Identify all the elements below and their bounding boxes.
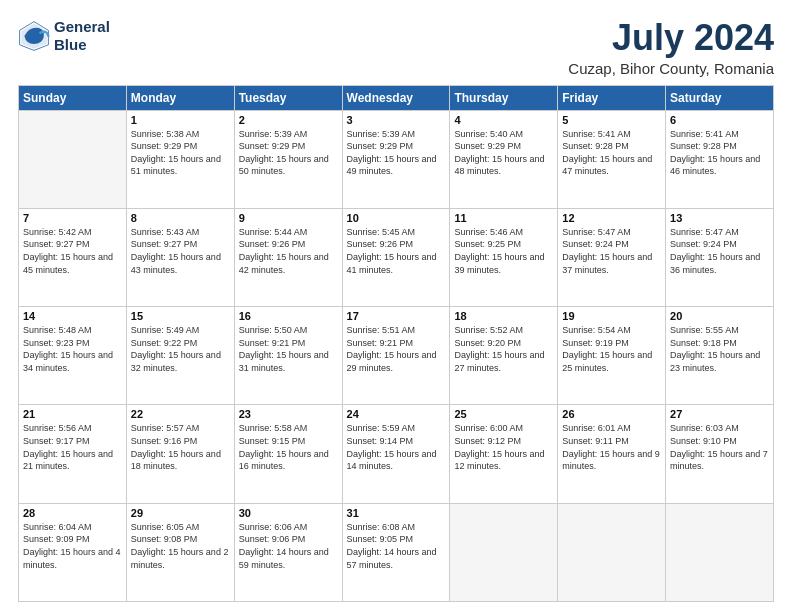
day-number: 17 (347, 310, 446, 322)
day-number: 22 (131, 408, 230, 420)
table-row (558, 503, 666, 601)
day-number: 21 (23, 408, 122, 420)
table-row: 29Sunrise: 6:05 AM Sunset: 9:08 PM Dayli… (126, 503, 234, 601)
day-number: 5 (562, 114, 661, 126)
table-row: 3Sunrise: 5:39 AM Sunset: 9:29 PM Daylig… (342, 110, 450, 208)
day-number: 29 (131, 507, 230, 519)
col-thursday: Thursday (450, 85, 558, 110)
table-row: 8Sunrise: 5:43 AM Sunset: 9:27 PM Daylig… (126, 208, 234, 306)
day-number: 6 (670, 114, 769, 126)
day-number: 15 (131, 310, 230, 322)
day-number: 24 (347, 408, 446, 420)
table-row: 27Sunrise: 6:03 AM Sunset: 9:10 PM Dayli… (666, 405, 774, 503)
day-number: 14 (23, 310, 122, 322)
day-info: Sunrise: 5:40 AM Sunset: 9:29 PM Dayligh… (454, 128, 553, 178)
day-number: 18 (454, 310, 553, 322)
day-number: 27 (670, 408, 769, 420)
table-row: 23Sunrise: 5:58 AM Sunset: 9:15 PM Dayli… (234, 405, 342, 503)
table-row: 5Sunrise: 5:41 AM Sunset: 9:28 PM Daylig… (558, 110, 666, 208)
day-number: 20 (670, 310, 769, 322)
col-friday: Friday (558, 85, 666, 110)
logo: General Blue (18, 18, 110, 54)
day-info: Sunrise: 5:50 AM Sunset: 9:21 PM Dayligh… (239, 324, 338, 374)
day-info: Sunrise: 6:06 AM Sunset: 9:06 PM Dayligh… (239, 521, 338, 571)
day-number: 28 (23, 507, 122, 519)
day-info: Sunrise: 5:57 AM Sunset: 9:16 PM Dayligh… (131, 422, 230, 472)
day-info: Sunrise: 5:41 AM Sunset: 9:28 PM Dayligh… (670, 128, 769, 178)
col-saturday: Saturday (666, 85, 774, 110)
table-row: 14Sunrise: 5:48 AM Sunset: 9:23 PM Dayli… (19, 307, 127, 405)
day-info: Sunrise: 5:55 AM Sunset: 9:18 PM Dayligh… (670, 324, 769, 374)
day-info: Sunrise: 5:51 AM Sunset: 9:21 PM Dayligh… (347, 324, 446, 374)
table-row: 30Sunrise: 6:06 AM Sunset: 9:06 PM Dayli… (234, 503, 342, 601)
day-number: 31 (347, 507, 446, 519)
table-row: 16Sunrise: 5:50 AM Sunset: 9:21 PM Dayli… (234, 307, 342, 405)
table-row: 10Sunrise: 5:45 AM Sunset: 9:26 PM Dayli… (342, 208, 450, 306)
subtitle: Cuzap, Bihor County, Romania (568, 60, 774, 77)
logo-icon (18, 20, 50, 52)
day-info: Sunrise: 5:54 AM Sunset: 9:19 PM Dayligh… (562, 324, 661, 374)
col-monday: Monday (126, 85, 234, 110)
col-tuesday: Tuesday (234, 85, 342, 110)
logo-text: General Blue (54, 18, 110, 54)
table-row: 20Sunrise: 5:55 AM Sunset: 9:18 PM Dayli… (666, 307, 774, 405)
day-info: Sunrise: 6:01 AM Sunset: 9:11 PM Dayligh… (562, 422, 661, 472)
day-number: 1 (131, 114, 230, 126)
col-sunday: Sunday (19, 85, 127, 110)
day-number: 19 (562, 310, 661, 322)
day-info: Sunrise: 5:41 AM Sunset: 9:28 PM Dayligh… (562, 128, 661, 178)
day-info: Sunrise: 5:47 AM Sunset: 9:24 PM Dayligh… (562, 226, 661, 276)
day-number: 9 (239, 212, 338, 224)
calendar: Sunday Monday Tuesday Wednesday Thursday… (18, 85, 774, 602)
col-wednesday: Wednesday (342, 85, 450, 110)
day-info: Sunrise: 5:52 AM Sunset: 9:20 PM Dayligh… (454, 324, 553, 374)
table-row: 18Sunrise: 5:52 AM Sunset: 9:20 PM Dayli… (450, 307, 558, 405)
day-info: Sunrise: 5:44 AM Sunset: 9:26 PM Dayligh… (239, 226, 338, 276)
day-info: Sunrise: 5:45 AM Sunset: 9:26 PM Dayligh… (347, 226, 446, 276)
table-row: 6Sunrise: 5:41 AM Sunset: 9:28 PM Daylig… (666, 110, 774, 208)
table-row: 21Sunrise: 5:56 AM Sunset: 9:17 PM Dayli… (19, 405, 127, 503)
day-number: 7 (23, 212, 122, 224)
day-info: Sunrise: 5:39 AM Sunset: 9:29 PM Dayligh… (347, 128, 446, 178)
table-row (450, 503, 558, 601)
table-row: 22Sunrise: 5:57 AM Sunset: 9:16 PM Dayli… (126, 405, 234, 503)
day-info: Sunrise: 6:08 AM Sunset: 9:05 PM Dayligh… (347, 521, 446, 571)
day-info: Sunrise: 5:42 AM Sunset: 9:27 PM Dayligh… (23, 226, 122, 276)
day-number: 30 (239, 507, 338, 519)
day-info: Sunrise: 5:48 AM Sunset: 9:23 PM Dayligh… (23, 324, 122, 374)
calendar-week-row: 14Sunrise: 5:48 AM Sunset: 9:23 PM Dayli… (19, 307, 774, 405)
calendar-week-row: 21Sunrise: 5:56 AM Sunset: 9:17 PM Dayli… (19, 405, 774, 503)
day-number: 16 (239, 310, 338, 322)
day-info: Sunrise: 5:38 AM Sunset: 9:29 PM Dayligh… (131, 128, 230, 178)
day-info: Sunrise: 6:04 AM Sunset: 9:09 PM Dayligh… (23, 521, 122, 571)
table-row: 4Sunrise: 5:40 AM Sunset: 9:29 PM Daylig… (450, 110, 558, 208)
day-number: 4 (454, 114, 553, 126)
header: General Blue July 2024 Cuzap, Bihor Coun… (18, 18, 774, 77)
day-info: Sunrise: 5:39 AM Sunset: 9:29 PM Dayligh… (239, 128, 338, 178)
table-row: 31Sunrise: 6:08 AM Sunset: 9:05 PM Dayli… (342, 503, 450, 601)
table-row: 28Sunrise: 6:04 AM Sunset: 9:09 PM Dayli… (19, 503, 127, 601)
table-row: 2Sunrise: 5:39 AM Sunset: 9:29 PM Daylig… (234, 110, 342, 208)
day-info: Sunrise: 5:59 AM Sunset: 9:14 PM Dayligh… (347, 422, 446, 472)
title-block: July 2024 Cuzap, Bihor County, Romania (568, 18, 774, 77)
day-number: 13 (670, 212, 769, 224)
day-info: Sunrise: 5:58 AM Sunset: 9:15 PM Dayligh… (239, 422, 338, 472)
day-info: Sunrise: 5:49 AM Sunset: 9:22 PM Dayligh… (131, 324, 230, 374)
table-row: 13Sunrise: 5:47 AM Sunset: 9:24 PM Dayli… (666, 208, 774, 306)
calendar-week-row: 1Sunrise: 5:38 AM Sunset: 9:29 PM Daylig… (19, 110, 774, 208)
day-number: 8 (131, 212, 230, 224)
table-row (19, 110, 127, 208)
day-info: Sunrise: 6:05 AM Sunset: 9:08 PM Dayligh… (131, 521, 230, 571)
calendar-header-row: Sunday Monday Tuesday Wednesday Thursday… (19, 85, 774, 110)
day-info: Sunrise: 6:03 AM Sunset: 9:10 PM Dayligh… (670, 422, 769, 472)
table-row (666, 503, 774, 601)
table-row: 15Sunrise: 5:49 AM Sunset: 9:22 PM Dayli… (126, 307, 234, 405)
day-number: 10 (347, 212, 446, 224)
table-row: 25Sunrise: 6:00 AM Sunset: 9:12 PM Dayli… (450, 405, 558, 503)
day-info: Sunrise: 5:46 AM Sunset: 9:25 PM Dayligh… (454, 226, 553, 276)
day-info: Sunrise: 6:00 AM Sunset: 9:12 PM Dayligh… (454, 422, 553, 472)
day-number: 26 (562, 408, 661, 420)
table-row: 19Sunrise: 5:54 AM Sunset: 9:19 PM Dayli… (558, 307, 666, 405)
main-title: July 2024 (568, 18, 774, 58)
day-info: Sunrise: 5:43 AM Sunset: 9:27 PM Dayligh… (131, 226, 230, 276)
